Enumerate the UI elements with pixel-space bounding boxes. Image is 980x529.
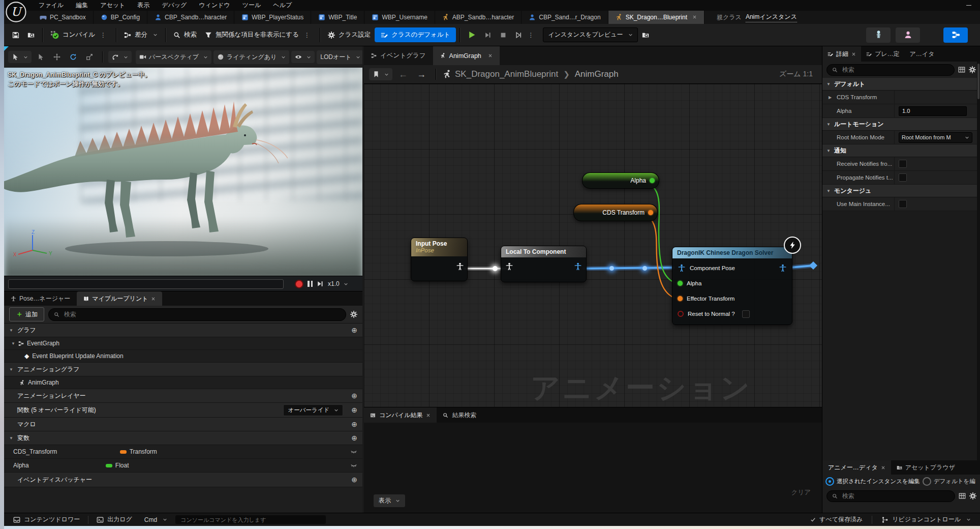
alpha-input-pin[interactable]	[678, 281, 683, 286]
eject-button[interactable]	[511, 28, 526, 42]
open-anim-blueprint-button[interactable]	[943, 27, 968, 43]
perspective-dropdown[interactable]: パースペクティブ	[136, 50, 211, 64]
tab-find-results[interactable]: 結果検索	[437, 407, 482, 423]
alpha-value-field[interactable]	[899, 106, 967, 116]
tab-compile-results[interactable]: コンパイル結果	[364, 407, 437, 423]
effector-input-pin[interactable]	[678, 296, 683, 301]
bookmarks-dropdown[interactable]	[369, 68, 392, 80]
rotate-tool-button[interactable]	[66, 51, 80, 63]
menu-file[interactable]: ファイル	[33, 0, 70, 11]
compile-options-icon[interactable]: ⋮	[99, 32, 108, 39]
property-matrix-icon[interactable]	[959, 492, 966, 499]
my-blueprint-search[interactable]	[48, 308, 346, 321]
tab-preview-settings[interactable]: プレ…定	[861, 46, 905, 62]
hide-unrelated-options-icon[interactable]: ⋮	[302, 32, 312, 39]
asset-tab-cbp-dragon[interactable]: CBP_Sand…r_Dragon	[522, 11, 608, 24]
add-dispatcher-icon[interactable]: ⊕	[351, 476, 357, 484]
row-use-main-instance[interactable]: Use Main Instance...	[822, 197, 980, 211]
section-variables[interactable]: ▼変数⊕	[4, 431, 362, 445]
section-graphs[interactable]: ▼グラフ⊕	[4, 324, 362, 337]
add-function-icon[interactable]: ⊕	[351, 406, 357, 414]
tab-eventgraph-doc[interactable]: イベントグラフ	[364, 46, 433, 65]
revision-control-dropdown[interactable]: リビジョンコントロール	[877, 513, 975, 526]
cds-output-pin[interactable]	[648, 210, 653, 215]
snap-rotate-button[interactable]	[108, 51, 132, 63]
tab-close-icon[interactable]	[881, 465, 885, 470]
section-notifications[interactable]: ▼通知	[822, 144, 980, 157]
nav-forward-icon[interactable]: →	[414, 69, 429, 80]
find-button[interactable]: 検索	[169, 27, 201, 42]
section-animation-graphs[interactable]: ▼アニメーショングラフ	[4, 363, 362, 376]
panel-settings-gear-icon[interactable]	[350, 311, 357, 318]
show-filter-dropdown[interactable]: 表示	[374, 494, 405, 507]
row-alpha[interactable]: Alpha	[822, 104, 980, 118]
asset-tab-bp-config[interactable]: BP_Config	[94, 11, 147, 24]
node-local-to-component[interactable]: Local To Component	[501, 246, 587, 282]
details-settings-gear-icon[interactable]	[969, 66, 976, 73]
tab-my-blueprint[interactable]: マイブループリント	[77, 291, 162, 306]
my-blueprint-search-input[interactable]	[63, 310, 341, 318]
menu-tools[interactable]: ツール	[236, 0, 267, 11]
alpha-output-pin[interactable]	[650, 178, 655, 183]
row-root-motion-mode[interactable]: Root Motion Mode Root Motion from M	[822, 131, 980, 144]
tab-asset-editor[interactable]: ア…イタ	[905, 46, 940, 62]
edit-defaults-radio[interactable]	[923, 477, 931, 486]
item-animgraph[interactable]: AnimGraph	[4, 376, 362, 389]
viewport-menu-button[interactable]	[8, 51, 32, 63]
details-scrollbar[interactable]	[977, 62, 980, 460]
pin-row-alpha[interactable]: Alpha	[672, 276, 792, 291]
class-settings-button[interactable]: クラス設定	[324, 27, 375, 42]
tab-close-icon[interactable]	[692, 14, 697, 21]
dragon-preview-scene[interactable]: SK_Dragon_AnimBlueprint_C のプレビュー中。 このモード…	[4, 68, 362, 276]
edit-selected-radio[interactable]	[825, 477, 834, 486]
reset-input-pin[interactable]	[678, 311, 684, 317]
anim-preview-search-input[interactable]	[841, 492, 950, 500]
menu-view[interactable]: 表示	[131, 0, 156, 11]
section-default[interactable]: ▼デフォルト	[822, 78, 980, 91]
minimize-button[interactable]	[966, 3, 972, 9]
add-variable-icon[interactable]: ⊕	[351, 434, 357, 442]
settings-gear-icon[interactable]	[969, 492, 976, 499]
asset-tab-pc-sandbox[interactable]: PC_Sandbox	[33, 11, 94, 24]
item-event-update-animation[interactable]: ◆ Event Blueprint Update Animation	[4, 350, 362, 363]
view-mode-dropdown[interactable]: ライティングあり	[213, 50, 289, 64]
property-matrix-icon[interactable]	[958, 66, 965, 73]
add-anim-layer-icon[interactable]: ⊕	[351, 392, 357, 400]
play-button[interactable]	[464, 27, 480, 42]
nav-back-icon[interactable]: ←	[395, 69, 411, 80]
save-button[interactable]	[8, 28, 23, 42]
add-graph-icon[interactable]: ⊕	[351, 326, 357, 334]
node-alpha-getter[interactable]: Alpha	[582, 172, 659, 189]
add-new-button[interactable]: ＋追加	[9, 307, 44, 321]
component-pose-input-pin[interactable]	[678, 264, 686, 272]
menu-asset[interactable]: アセット	[94, 0, 131, 11]
step-forward-button[interactable]	[317, 280, 324, 287]
expander-icon[interactable]: ▶	[829, 95, 834, 100]
section-root-motion[interactable]: ▼ルートモーション	[822, 118, 980, 131]
diff-button[interactable]: 差分	[120, 27, 162, 42]
preview-viewport[interactable]: パースペクティブ ライティングあり LODオート	[4, 46, 362, 291]
tab-close-icon[interactable]	[426, 413, 431, 418]
pin-row-component-pose[interactable]: Component Pose	[672, 260, 792, 276]
node-dragonik-solver[interactable]: DragonIK Chinese Dragon Solver Component…	[672, 247, 792, 325]
clear-button[interactable]: クリア	[791, 488, 811, 497]
use-main-instance-checkbox[interactable]	[899, 200, 907, 208]
row-receive-notifies[interactable]: Receive Notifies fro...	[822, 157, 980, 171]
node-cds-transform-getter[interactable]: CDS Transform	[573, 204, 658, 221]
asset-tab-cbp-character[interactable]: CBP_Sandb…haracter	[147, 11, 234, 24]
timeline-placeholder[interactable]	[8, 279, 284, 289]
pause-button[interactable]	[308, 281, 313, 287]
override-dropdown[interactable]: オーバーライド	[283, 404, 343, 416]
tab-close-icon[interactable]	[151, 297, 156, 301]
pose-output-pin[interactable]	[779, 264, 787, 272]
asset-tab-wbp-username[interactable]: WBP_Username	[364, 11, 435, 24]
breadcrumb-root[interactable]: SK_Dragon_AnimBlueprint	[455, 69, 558, 79]
menu-edit[interactable]: 編集	[70, 0, 94, 11]
node-input-pose[interactable]: Input Pose InPose	[411, 238, 468, 281]
section-animation-layers[interactable]: ▼アニメーションレイヤー⊕	[4, 389, 362, 403]
item-eventgraph[interactable]: ▼ EventGraph	[4, 337, 362, 350]
asset-tab-sk-dragon-blueprint[interactable]: SK_Dragon…Blueprint	[608, 11, 705, 24]
browse-asset-button[interactable]	[23, 28, 39, 42]
play-options-icon[interactable]: ⋮	[526, 32, 536, 39]
menu-help[interactable]: ヘルプ	[267, 0, 298, 11]
